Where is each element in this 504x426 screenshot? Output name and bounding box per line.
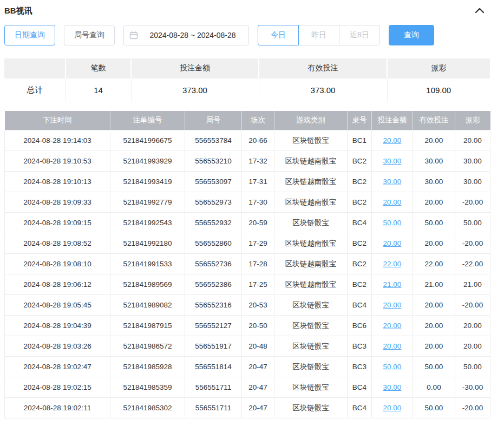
quick-range-today[interactable]: 今日: [258, 25, 299, 45]
cell-round-no: 556551711: [185, 377, 242, 398]
cell-valid-bet: 20.00: [413, 192, 455, 213]
bet-amount-link[interactable]: 30.00: [383, 178, 402, 186]
cell-payout: 20.00: [455, 130, 490, 151]
table-row: 2024-08-28 19:03:26 521841986572 5565519…: [5, 336, 490, 357]
cell-bet-amount: 20.00: [372, 192, 413, 213]
filter-bar: 日期查询 局号查询 2024-08-28 ~ 2024-08-28 今日 昨日 …: [4, 25, 500, 45]
cell-valid-bet: 30.00: [413, 172, 455, 192]
collapse-chevron-up-icon[interactable]: [475, 8, 485, 14]
cell-payout: -22.00: [455, 254, 490, 274]
cell-session: 17-28: [242, 254, 274, 274]
col-header-session: 场次: [242, 111, 274, 130]
cell-table-no: BC3: [348, 357, 372, 377]
summary-header-valid-bet: 有效投注: [259, 58, 387, 78]
cell-bet-amount: 30.00: [372, 377, 413, 398]
bet-table-body: 2024-08-28 19:14:03 521841996675 5565537…: [5, 130, 490, 418]
cell-payout: -20.00: [455, 233, 490, 254]
cell-valid-bet: 20.00: [413, 316, 455, 336]
cell-valid-bet: 20.00: [413, 295, 455, 316]
cell-bet-id: 521841993929: [110, 151, 185, 172]
cell-valid-bet: 20.00: [413, 130, 455, 151]
bet-amount-link[interactable]: 22.00: [383, 260, 402, 268]
cell-session: 20-53: [242, 295, 274, 316]
bet-amount-link[interactable]: 20.00: [383, 322, 402, 330]
cell-bet-id: 521841991533: [110, 254, 185, 274]
bet-amount-link[interactable]: 20.00: [383, 404, 402, 412]
date-range-input[interactable]: 2024-08-28 ~ 2024-08-28: [123, 25, 249, 45]
cell-valid-bet: 20.00: [413, 233, 455, 254]
cell-valid-bet: 50.00: [413, 213, 455, 233]
table-row: 2024-08-28 19:04:39 521841987915 5565521…: [5, 316, 490, 336]
cell-bet-amount: 30.00: [372, 172, 413, 192]
quick-range-last8days[interactable]: 近8日: [339, 25, 380, 45]
bet-amount-link[interactable]: 21.00: [383, 280, 402, 289]
bet-amount-link[interactable]: 50.00: [383, 363, 402, 371]
cell-round-no: 556552386: [185, 274, 242, 295]
bet-amount-link[interactable]: 20.00: [383, 136, 402, 145]
cell-bet-time: 2024-08-28 19:06:12: [5, 274, 110, 295]
cell-payout: 21.00: [455, 274, 490, 295]
cell-bet-id: 521841985302: [110, 398, 185, 418]
round-query-tab[interactable]: 局号查询: [64, 25, 115, 45]
bet-amount-link[interactable]: 20.00: [383, 198, 402, 206]
cell-round-no: 556553097: [185, 172, 242, 192]
cell-game-type: 区块链骰宝: [274, 295, 348, 316]
cell-table-no: BC2: [348, 254, 372, 274]
cell-session: 20-66: [242, 130, 274, 151]
table-row: 2024-08-28 19:06:12 521841989569 5565523…: [5, 274, 490, 295]
cell-payout: -20.00: [455, 295, 490, 316]
cell-payout: 30.00: [455, 151, 490, 172]
cell-bet-amount: 50.00: [372, 357, 413, 377]
cell-session: 20-50: [242, 316, 274, 336]
cell-bet-id: 521841992180: [110, 233, 185, 254]
cell-table-no: BC1: [348, 130, 372, 151]
cell-table-no: BC4: [348, 213, 372, 233]
cell-table-no: BC4: [348, 377, 372, 398]
cell-round-no: 556551917: [185, 336, 242, 357]
bet-amount-link[interactable]: 20.00: [383, 301, 402, 309]
cell-bet-time: 2024-08-28 19:03:26: [5, 336, 110, 357]
bet-amount-link[interactable]: 30.00: [383, 383, 402, 391]
bet-amount-link[interactable]: 20.00: [383, 239, 402, 247]
col-header-bet-time: 下注时间: [5, 111, 110, 130]
calendar-icon: [129, 31, 138, 40]
cell-table-no: BC2: [348, 192, 372, 213]
cell-round-no: 556552127: [185, 316, 242, 336]
cell-bet-time: 2024-08-28 19:02:47: [5, 357, 110, 377]
date-query-tab[interactable]: 日期查询: [4, 25, 55, 45]
col-header-valid-bet: 有效投注: [413, 111, 455, 130]
cell-valid-bet: 21.00: [413, 274, 455, 295]
cell-bet-id: 521841992779: [110, 192, 185, 213]
cell-bet-id: 521841996675: [110, 130, 185, 151]
cell-game-type: 区块链骰宝: [274, 357, 348, 377]
cell-game-type: 区块链越南骰宝: [274, 233, 348, 254]
bet-amount-link[interactable]: 30.00: [383, 157, 402, 165]
cell-table-no: BC2: [348, 172, 372, 192]
bet-table-header-row: 下注时间 注单编号 局号 场次 游戏类别 桌号 投注金额 有效投注 派彩: [5, 111, 490, 130]
summary-header-payout: 派彩: [387, 58, 490, 78]
cell-round-no: 556552973: [185, 192, 242, 213]
bet-amount-link[interactable]: 50.00: [383, 219, 402, 227]
cell-game-type: 区块链越南骰宝: [274, 172, 348, 192]
bet-amount-link[interactable]: 20.00: [383, 342, 402, 350]
cell-game-type: 区块链越南骰宝: [274, 192, 348, 213]
cell-bet-amount: 22.00: [372, 254, 413, 274]
quick-range-yesterday[interactable]: 昨日: [298, 25, 339, 45]
table-row: 2024-08-28 19:08:52 521841992180 5565528…: [5, 233, 490, 254]
cell-payout: 20.00: [455, 316, 490, 336]
cell-session: 17-31: [242, 172, 274, 192]
cell-payout: 50.00: [455, 357, 490, 377]
cell-payout: 50.00: [455, 213, 490, 233]
cell-game-type: 区块链越南骰宝: [274, 151, 348, 172]
cell-payout: -30.00: [455, 377, 490, 398]
col-header-bet-amount: 投注金额: [372, 111, 413, 130]
col-header-bet-id: 注单编号: [110, 111, 185, 130]
cell-round-no: 556553784: [185, 130, 242, 151]
search-button[interactable]: 查询: [389, 25, 434, 45]
cell-table-no: BC2: [348, 151, 372, 172]
summary-table: 笔数 投注金额 有效投注 派彩 总计 14 373.00 373.00 109.…: [4, 58, 490, 102]
cell-table-no: BC4: [348, 398, 372, 418]
cell-bet-amount: 20.00: [372, 316, 413, 336]
cell-valid-bet: 30.00: [413, 151, 455, 172]
cell-bet-time: 2024-08-28 19:09:33: [5, 192, 110, 213]
